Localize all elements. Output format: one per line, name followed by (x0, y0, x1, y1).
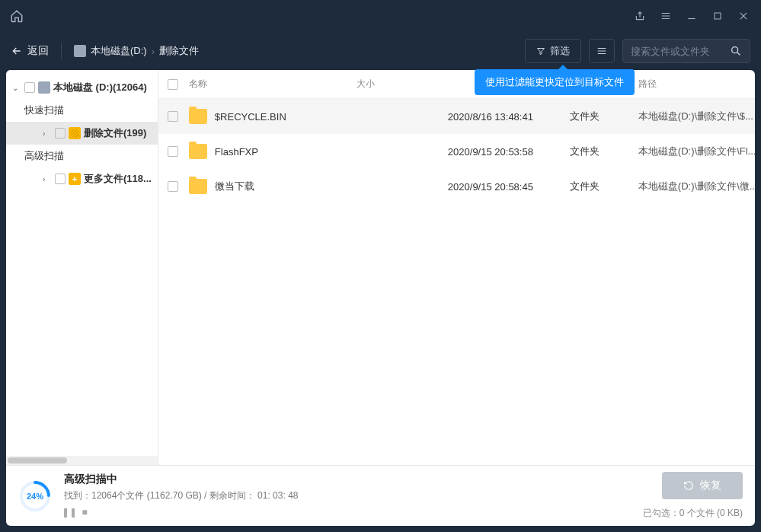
tree-deep-scan[interactable]: 高级扫描 (6, 145, 158, 167)
status-remain-value: 01: 03: 48 (255, 490, 299, 501)
file-name: $RECYCLE.BIN (215, 111, 357, 123)
breadcrumb-disk: 本地磁盘(D:) (91, 44, 147, 58)
column-size[interactable]: 大小 (357, 78, 448, 91)
folder-icon (189, 144, 207, 159)
filter-tooltip: 使用过滤能更快定位到目标文件 (475, 69, 635, 95)
file-list-header: 名称 大小 路径 (158, 70, 755, 99)
minimize-button[interactable] (680, 5, 703, 27)
file-date: 2020/8/16 13:48:41 (448, 111, 570, 123)
status-files: 12064个文件 (1162.70 GB) (91, 490, 202, 501)
chevron-right-icon[interactable]: › (43, 175, 52, 183)
progress-ring: 24% (18, 479, 52, 513)
share-icon[interactable] (628, 5, 651, 27)
filter-button[interactable]: 筛选 (525, 39, 581, 63)
file-path: 本地磁盘(D:)\删除文件\微... (638, 180, 755, 193)
tree-more-label: 更多文件(118... (84, 172, 152, 186)
status-text: 高级扫描中 找到：12064个文件 (1162.70 GB) / 剩余时间： 0… (64, 473, 298, 519)
status-detail: 找到：12064个文件 (1162.70 GB) / 剩余时间： 01: 03:… (64, 489, 298, 502)
status-sep: / (202, 490, 209, 501)
breadcrumb[interactable]: 本地磁盘(D:) › 删除文件 (74, 44, 199, 58)
column-path[interactable]: 路径 (638, 78, 755, 91)
toolbar: 返回 本地磁盘(D:) › 删除文件 筛选 使用过滤能更快定位到目标文件 (0, 32, 761, 70)
select-all-checkbox[interactable] (168, 79, 178, 90)
sidebar-scrollbar[interactable] (6, 456, 158, 465)
file-name: FlashFXP (215, 146, 357, 158)
checkbox[interactable] (55, 174, 66, 184)
file-type: 文件夹 (570, 180, 638, 193)
tree-deleted-files[interactable]: › 删除文件(199) (6, 122, 158, 145)
file-type: 文件夹 (570, 110, 638, 123)
file-path: 本地磁盘(D:)\删除文件\$... (638, 110, 755, 123)
svg-rect-0 (715, 13, 721, 19)
tree-root-label: 本地磁盘 (D:)(12064) (53, 81, 147, 94)
search-box (622, 39, 750, 63)
search-input[interactable] (623, 46, 722, 57)
tree-more-files[interactable]: › 更多文件(118... (6, 167, 158, 190)
filter-label: 筛选 (550, 44, 570, 58)
selected-info: 已勾选：0 个文件 (0 KB) (643, 507, 743, 520)
recover-button[interactable]: 恢复 (662, 472, 743, 499)
file-list: 名称 大小 路径 $RECYCLE.BIN 2020/8/16 13:48:41… (158, 70, 755, 465)
file-row[interactable]: 微当下载 2020/9/15 20:58:45 文件夹 本地磁盘(D:)\删除文… (158, 169, 755, 204)
status-bar: 24% 高级扫描中 找到：12064个文件 (1162.70 GB) / 剩余时… (6, 465, 755, 526)
column-name[interactable]: 名称 (189, 78, 357, 91)
back-button[interactable]: 返回 (11, 44, 49, 58)
checkbox[interactable] (168, 181, 178, 192)
file-date: 2020/9/15 20:58:45 (448, 181, 570, 193)
svg-point-1 (732, 47, 738, 53)
sidebar: ⌄ 本地磁盘 (D:)(12064) 快速扫描 › 删除文件(199) 高级扫描… (6, 70, 158, 465)
disk-icon (38, 81, 50, 94)
tree-quick-scan-label: 快速扫描 (24, 104, 64, 117)
checkbox[interactable] (168, 111, 178, 122)
breadcrumb-current: 删除文件 (159, 44, 199, 58)
search-button[interactable] (722, 39, 750, 63)
chevron-right-icon[interactable]: › (43, 129, 52, 138)
pause-button[interactable]: ❚❚ (64, 505, 75, 519)
file-row[interactable]: FlashFXP 2020/9/15 20:53:58 文件夹 本地磁盘(D:)… (158, 134, 755, 169)
status-title: 高级扫描中 (64, 473, 298, 486)
home-icon[interactable] (6, 5, 27, 27)
checkbox[interactable] (24, 82, 35, 93)
deleted-folder-icon (69, 127, 81, 139)
checkbox[interactable] (55, 128, 66, 139)
view-list-button[interactable] (589, 39, 615, 63)
recover-label: 恢复 (700, 479, 721, 492)
main-area: ⌄ 本地磁盘 (D:)(12064) 快速扫描 › 删除文件(199) 高级扫描… (6, 70, 755, 465)
stop-button[interactable]: ■ (79, 505, 90, 519)
status-remain-label: 剩余时间： (209, 490, 255, 501)
file-name: 微当下载 (215, 180, 357, 193)
menu-icon[interactable] (654, 5, 677, 27)
tree-quick-scan[interactable]: 快速扫描 (6, 99, 158, 122)
file-type: 文件夹 (570, 145, 638, 158)
file-path: 本地磁盘(D:)\删除文件\Fl... (638, 145, 755, 158)
tree-deleted-label: 删除文件(199) (84, 126, 146, 140)
disk-icon (74, 45, 86, 57)
divider (61, 43, 62, 59)
chevron-down-icon[interactable]: ⌄ (12, 84, 21, 92)
scrollbar-thumb[interactable] (8, 457, 67, 464)
chevron-right-icon: › (152, 46, 155, 57)
progress-percent: 24% (18, 479, 52, 513)
maximize-button[interactable] (706, 5, 729, 27)
status-prefix: 找到： (64, 490, 91, 501)
folder-icon (189, 179, 207, 194)
folder-icon (189, 109, 207, 124)
tree-root[interactable]: ⌄ 本地磁盘 (D:)(12064) (6, 76, 158, 99)
checkbox[interactable] (168, 146, 178, 157)
file-date: 2020/9/15 20:53:58 (448, 146, 570, 158)
titlebar (0, 0, 761, 32)
more-folder-icon (69, 173, 81, 185)
close-button[interactable] (732, 5, 755, 27)
tree-deep-scan-label: 高级扫描 (24, 149, 64, 163)
back-label: 返回 (27, 44, 49, 58)
file-row[interactable]: $RECYCLE.BIN 2020/8/16 13:48:41 文件夹 本地磁盘… (158, 99, 755, 134)
